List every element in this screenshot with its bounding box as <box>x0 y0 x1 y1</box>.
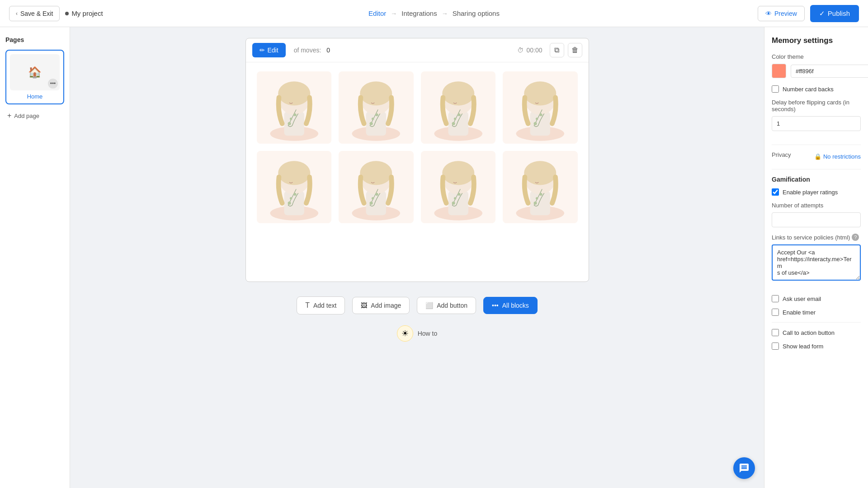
memory-card-2[interactable] <box>339 71 414 144</box>
svg-point-46 <box>452 202 455 205</box>
add-image-button[interactable]: 🖼 Add image <box>352 297 410 314</box>
memory-card-6[interactable] <box>339 151 414 223</box>
game-canvas: ✏ Edit of moves: 0 ⏱ 00:00 ⧉ 🗑 <box>245 38 589 282</box>
topbar: ‹ Save & Exit My project Editor → Integr… <box>0 0 868 27</box>
publish-label: Publish <box>828 9 850 17</box>
divider-2 <box>772 169 861 169</box>
svg-point-32 <box>288 202 291 205</box>
card-grid <box>246 62 589 232</box>
svg-point-48 <box>458 193 460 196</box>
cta-button-checkbox[interactable] <box>772 329 779 336</box>
enable-timer-label: Enable timer <box>783 309 816 316</box>
preview-label: Preview <box>774 10 797 17</box>
memory-card-4[interactable] <box>503 71 578 144</box>
divider-3 <box>772 322 861 323</box>
svg-point-34 <box>293 193 296 196</box>
number-card-backs-label: Number card backs <box>783 86 834 93</box>
svg-point-53 <box>534 202 537 205</box>
memory-card-3[interactable] <box>421 71 496 144</box>
enable-ratings-row: Enable player ratings <box>772 188 861 196</box>
svg-point-33 <box>289 197 292 199</box>
privacy-link-text: No restrictions <box>823 153 861 160</box>
how-to-label[interactable]: How to <box>418 330 438 337</box>
color-swatch[interactable] <box>772 64 786 78</box>
save-exit-button[interactable]: ‹ Save & Exit <box>9 6 60 21</box>
color-row <box>772 64 861 78</box>
dots-icon: ••• <box>492 302 499 309</box>
add-page-button[interactable]: + Add page <box>5 110 64 122</box>
arrow-icon-1: → <box>391 10 397 17</box>
number-card-backs-row: Number card backs <box>772 85 861 93</box>
edit-button[interactable]: ✏ Edit <box>252 43 286 57</box>
moves-label: of moves: <box>294 47 321 54</box>
add-page-label: Add page <box>14 113 39 119</box>
delay-label: Delay before flipping cards (in seconds) <box>772 99 861 113</box>
topbar-right: 👁 Preview ✓ Publish <box>758 5 859 22</box>
all-blocks-label: All blocks <box>502 302 529 309</box>
memory-card-5[interactable] <box>257 151 332 223</box>
divider-1 <box>772 145 861 145</box>
chat-icon <box>739 463 750 474</box>
attempts-input[interactable] <box>772 212 861 227</box>
number-card-backs-checkbox[interactable] <box>772 85 779 93</box>
privacy-row: Privacy 🔒 No restrictions <box>772 151 861 162</box>
memory-card-7[interactable] <box>421 151 496 223</box>
page-name: Home <box>10 93 60 100</box>
page-more-button[interactable]: ••• <box>48 79 58 89</box>
center-content: ✏ Edit of moves: 0 ⏱ 00:00 ⧉ 🗑 <box>70 27 764 488</box>
publish-button[interactable]: ✓ Publish <box>810 5 859 22</box>
chat-bubble[interactable] <box>733 457 755 479</box>
ask-email-checkbox[interactable] <box>772 295 779 302</box>
enable-ratings-checkbox[interactable] <box>772 188 779 196</box>
pencil-icon: ✏ <box>259 47 265 54</box>
bottom-toolbar: T Add text 🖼 Add image ⬜ Add button ••• … <box>297 289 538 322</box>
svg-point-31 <box>278 161 310 185</box>
project-name: My project <box>65 9 103 17</box>
text-icon: T <box>305 301 310 310</box>
preview-button[interactable]: 👁 Preview <box>758 6 805 21</box>
image-icon: 🖼 <box>361 302 367 309</box>
page-card-home[interactable]: 🏠 ••• Home <box>5 50 64 104</box>
svg-point-5 <box>289 117 292 120</box>
delete-button[interactable]: 🗑 <box>568 43 582 57</box>
color-input[interactable] <box>791 65 868 78</box>
save-exit-label: Save & Exit <box>20 10 53 17</box>
how-to-icon[interactable]: ☀ <box>397 325 413 342</box>
svg-point-39 <box>370 202 373 205</box>
add-text-button[interactable]: T Add text <box>297 296 345 314</box>
nav-integrations[interactable]: Integrations <box>401 9 437 17</box>
privacy-link[interactable]: 🔒 No restrictions <box>814 153 861 160</box>
moves-count: 0 <box>326 47 330 54</box>
show-lead-checkbox[interactable] <box>772 343 779 350</box>
help-icon[interactable]: ? <box>852 234 859 241</box>
memory-card-8[interactable] <box>503 151 578 223</box>
show-lead-row: Show lead form <box>772 343 861 350</box>
topbar-left: ‹ Save & Exit My project <box>9 6 103 21</box>
svg-point-24 <box>524 81 556 105</box>
home-icon: 🏠 <box>28 66 42 79</box>
ask-email-row: Ask user email <box>772 295 861 302</box>
policies-label: Links to service policies (html) <box>772 234 850 241</box>
copy-icon: ⧉ <box>554 46 559 54</box>
topbar-center-nav: Editor → Integrations → Sharing options <box>368 9 500 17</box>
enable-timer-checkbox[interactable] <box>772 309 779 316</box>
svg-point-13 <box>375 113 378 116</box>
add-button-button[interactable]: ⬜ Add button <box>417 297 476 314</box>
policies-textarea[interactable]: <span style="background:#1a73e8;color:#f… <box>772 244 861 281</box>
color-theme-label: Color theme <box>772 53 861 60</box>
svg-point-6 <box>293 113 296 116</box>
copy-button[interactable]: ⧉ <box>550 43 564 57</box>
nav-editor[interactable]: Editor <box>368 9 386 17</box>
enable-ratings-label: Enable player ratings <box>783 189 838 196</box>
svg-point-40 <box>372 197 374 199</box>
plus-icon: + <box>7 112 11 120</box>
main-layout: Feedback Pages 🏠 ••• Home + Add page ✏ E… <box>0 27 868 488</box>
nav-sharing[interactable]: Sharing options <box>453 9 500 17</box>
edit-label: Edit <box>268 47 278 54</box>
delay-input[interactable] <box>772 116 861 131</box>
canvas-actions: ⏱ 00:00 ⧉ 🗑 <box>517 43 582 57</box>
memory-card-1[interactable] <box>257 71 332 144</box>
policies-label-row: Links to service policies (html) ? <box>772 234 861 241</box>
all-blocks-button[interactable]: ••• All blocks <box>483 297 538 314</box>
how-to-area: ☀ How to <box>397 325 438 342</box>
